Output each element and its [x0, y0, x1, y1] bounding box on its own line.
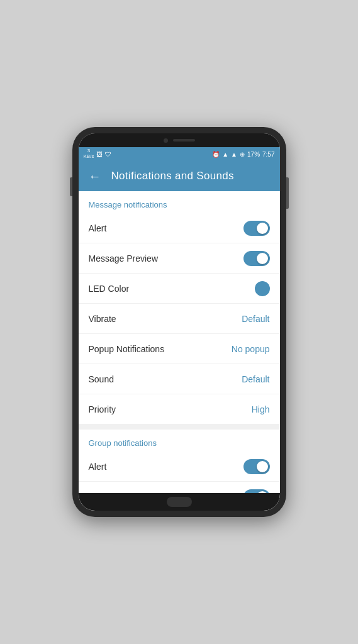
- popup-value: No popup: [232, 344, 270, 354]
- status-bar: 3 KB/s 🖼 🛡 ⏰ ▲ ▲ ⊕ 17% 7:57: [79, 147, 280, 161]
- settings-item-popup[interactable]: Popup Notifications No popup: [79, 334, 280, 364]
- alert-label: Alert: [89, 223, 107, 233]
- message-notifications-header: Message notifications: [79, 191, 280, 213]
- gallery-icon: 🖼: [96, 151, 103, 158]
- message-preview-toggle[interactable]: [243, 251, 270, 266]
- speaker-slot: [173, 139, 195, 142]
- battery-percent: 17%: [247, 151, 260, 158]
- phone-shell: 3 KB/s 🖼 🛡 ⏰ ▲ ▲ ⊕ 17% 7:57: [72, 127, 286, 517]
- settings-item-group-message-preview[interactable]: Message Preview: [79, 482, 280, 493]
- app-bar-title: Notifications and Sounds: [111, 170, 234, 182]
- settings-item-led-color[interactable]: LED Color: [79, 274, 280, 304]
- battery-icon: ⊕: [240, 151, 245, 158]
- phone-bottom: [79, 493, 280, 511]
- led-color-dot[interactable]: [255, 281, 270, 296]
- vibrate-label: Vibrate: [89, 314, 116, 324]
- phone-screen: 3 KB/s 🖼 🛡 ⏰ ▲ ▲ ⊕ 17% 7:57: [79, 133, 280, 511]
- group-message-preview-toggle[interactable]: [243, 489, 270, 494]
- priority-label: Priority: [89, 404, 116, 414]
- app-bar: ← Notifications and Sounds: [79, 161, 280, 191]
- section-divider: [79, 425, 280, 430]
- settings-item-message-preview[interactable]: Message Preview: [79, 243, 280, 274]
- settings-item-sound[interactable]: Sound Default: [79, 364, 280, 394]
- signal-icon: ▲: [231, 151, 237, 158]
- led-color-label: LED Color: [89, 284, 130, 294]
- content-area: Message notifications Alert Message Prev…: [79, 191, 280, 493]
- priority-value: High: [252, 404, 270, 414]
- power-button[interactable]: [286, 177, 289, 209]
- settings-item-group-alert[interactable]: Alert: [79, 452, 280, 482]
- settings-item-alert[interactable]: Alert: [79, 213, 280, 243]
- back-button[interactable]: ←: [89, 169, 101, 184]
- data-speed: 3 KB/s: [84, 148, 94, 160]
- wifi-icon: ▲: [222, 151, 228, 158]
- alarm-icon: ⏰: [212, 151, 220, 158]
- sound-value: Default: [242, 374, 269, 384]
- clock: 7:57: [262, 151, 274, 158]
- message-preview-label: Message Preview: [89, 253, 159, 264]
- group-alert-label: Alert: [89, 462, 107, 472]
- settings-item-priority[interactable]: Priority High: [79, 394, 280, 425]
- status-left: 3 KB/s 🖼 🛡: [84, 148, 112, 160]
- phone-top-bar: [79, 133, 280, 147]
- alert-toggle[interactable]: [243, 221, 270, 236]
- home-button[interactable]: [167, 497, 192, 507]
- status-right: ⏰ ▲ ▲ ⊕ 17% 7:57: [212, 151, 274, 158]
- group-alert-toggle[interactable]: [243, 459, 270, 474]
- vibrate-value: Default: [242, 314, 269, 324]
- popup-label: Popup Notifications: [89, 344, 165, 354]
- volume-button[interactable]: [70, 177, 72, 196]
- settings-item-vibrate[interactable]: Vibrate Default: [79, 304, 280, 334]
- sound-label: Sound: [89, 374, 114, 384]
- shield-icon: 🛡: [105, 151, 111, 158]
- group-notifications-header: Group notifications: [79, 430, 280, 452]
- camera-dot: [164, 138, 168, 143]
